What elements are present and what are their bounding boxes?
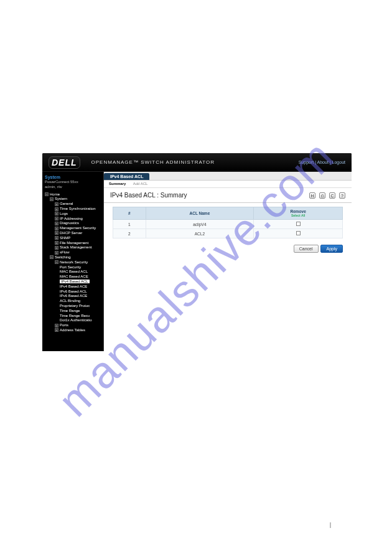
tree-ipv4-based-acl[interactable]: IPv4 Based ACL bbox=[44, 280, 103, 285]
main-panel: IPv4 Based ACL Summary Add ACL IPv4 Base… bbox=[103, 172, 352, 351]
page-title: IPv4 Based ACL : Summary bbox=[110, 192, 187, 199]
subtab-summary[interactable]: Summary bbox=[109, 182, 126, 186]
tree-system[interactable]: –System bbox=[44, 197, 103, 202]
refresh-icon[interactable]: C bbox=[329, 192, 335, 199]
help-icon[interactable]: ? bbox=[339, 192, 345, 199]
link-support[interactable]: Support bbox=[299, 160, 314, 164]
tree-file-mgmt[interactable]: +File Management bbox=[44, 241, 103, 246]
tree-mgmt-security[interactable]: +Management Security bbox=[44, 226, 103, 231]
user-role: admin, r/w bbox=[44, 185, 103, 190]
tree-dhcp-server[interactable]: +DHCP Server bbox=[44, 231, 103, 236]
system-heading: System bbox=[44, 174, 103, 180]
tree-port-security[interactable]: Port Security bbox=[44, 265, 103, 270]
tree-address-tables[interactable]: +Address Tables bbox=[44, 328, 103, 333]
col-num: # bbox=[113, 207, 146, 220]
tree-mac-based-ace[interactable]: MAC Based ACE bbox=[44, 275, 103, 280]
nav-sidebar: System PowerConnect 55xx admin, r/w –Hom… bbox=[42, 172, 103, 351]
tree-time-range-recu[interactable]: Time Range Recu bbox=[44, 314, 103, 319]
acl-table: # ACL Name Remove Select All 1 aclipV4 bbox=[113, 207, 343, 238]
tab-ipv4-based-acl[interactable]: IPv4 Based ACL bbox=[104, 173, 149, 180]
col-remove: Remove Select All bbox=[254, 207, 343, 220]
page-tabrow: IPv4 Based ACL bbox=[104, 172, 352, 181]
page-footer-mark: | bbox=[330, 521, 331, 528]
tree-ipv6-based-acl[interactable]: IPv6 Based ACL bbox=[44, 290, 103, 294]
screenshot-region: DELL OPENMANAGE™ SWITCH ADMINISTRATOR Su… bbox=[42, 153, 352, 351]
table-row: 2 ACL2 bbox=[113, 229, 343, 238]
print-icon[interactable]: ⎙ bbox=[319, 192, 325, 199]
tree-general[interactable]: +General bbox=[44, 202, 103, 207]
tree-snmp[interactable]: +SNMP bbox=[44, 236, 103, 241]
nav-tree: –Home –System +General +Time Synchroniza… bbox=[44, 192, 103, 333]
col-acl-name: ACL Name bbox=[146, 207, 254, 220]
tree-proprietary-protoc[interactable]: Proprietary Protoc bbox=[44, 304, 103, 309]
cancel-button[interactable]: Cancel bbox=[294, 245, 319, 253]
tree-sflow[interactable]: +sFlow bbox=[44, 250, 103, 255]
cell-row-num: 1 bbox=[113, 220, 146, 229]
button-row: Cancel Apply bbox=[104, 242, 352, 253]
cell-row-num: 2 bbox=[113, 229, 146, 238]
remove-checkbox[interactable] bbox=[296, 222, 301, 226]
tree-switching[interactable]: –Switching bbox=[44, 255, 103, 260]
cell-acl-name: ACL2 bbox=[146, 229, 254, 238]
save-icon[interactable]: H bbox=[309, 192, 315, 199]
tree-home[interactable]: –Home bbox=[44, 192, 103, 197]
tree-network-security[interactable]: –Network Security bbox=[44, 260, 103, 265]
page-toolbar: H ⎙ C ? bbox=[309, 192, 345, 199]
device-model: PowerConnect 55xx bbox=[44, 180, 103, 185]
tree-mac-based-acl[interactable]: MAC Based ACL bbox=[44, 270, 103, 275]
tree-logs[interactable]: +Logs bbox=[44, 212, 103, 217]
remove-checkbox[interactable] bbox=[296, 231, 301, 235]
cell-acl-name: aclipV4 bbox=[146, 220, 254, 229]
tree-dot1x-auth[interactable]: Dot1x Authenticatio bbox=[44, 318, 103, 323]
tree-acl-binding[interactable]: ACL Binding bbox=[44, 299, 103, 304]
subtab-add-acl[interactable]: Add ACL bbox=[133, 182, 148, 186]
link-logout[interactable]: Logout bbox=[332, 160, 345, 164]
tree-stack-mgmt[interactable]: +Stack Management bbox=[44, 245, 103, 250]
tree-diagnostics[interactable]: +Diagnostics bbox=[44, 221, 103, 226]
apply-button[interactable]: Apply bbox=[320, 245, 343, 253]
select-all-link[interactable]: Select All bbox=[256, 214, 340, 217]
tree-ports[interactable]: +Ports bbox=[44, 323, 103, 328]
link-about[interactable]: About bbox=[317, 160, 329, 164]
app-title: OPENMANAGE™ SWITCH ADMINISTRATOR bbox=[91, 159, 215, 165]
tree-time-sync[interactable]: +Time Synchronization bbox=[44, 207, 103, 212]
subtab-row: Summary Add ACL bbox=[104, 181, 352, 188]
tree-time-range[interactable]: Time Range bbox=[44, 309, 103, 314]
app-header: DELL OPENMANAGE™ SWITCH ADMINISTRATOR Su… bbox=[42, 153, 352, 172]
tree-ipv4-based-ace[interactable]: IPv4 Based ACE bbox=[44, 285, 103, 290]
dell-logo: DELL bbox=[49, 156, 80, 169]
tree-ipv6-based-ace[interactable]: IPv6 Based ACE bbox=[44, 294, 103, 299]
header-links: Support | About | Logout bbox=[299, 160, 345, 164]
tree-ip-addressing[interactable]: +IP Addressing bbox=[44, 217, 103, 222]
table-row: 1 aclipV4 bbox=[113, 220, 343, 229]
